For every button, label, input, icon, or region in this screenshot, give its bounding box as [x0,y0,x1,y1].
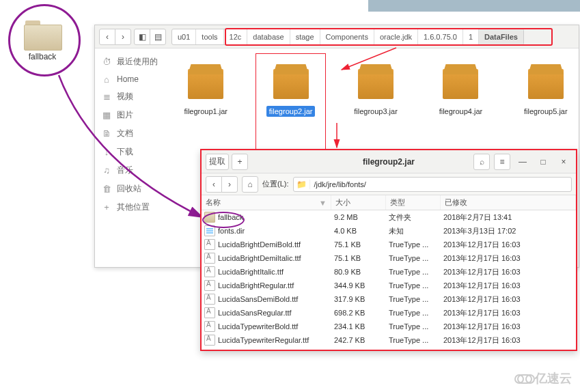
back-button[interactable]: ‹ [99,29,115,45]
cell-name: LucidaBrightDemiItalic.ttf [218,254,334,262]
cell-modified: 2013年12月17日 16:03 [443,240,576,250]
header-size[interactable]: 大小 [331,195,386,210]
sidebar-item-回收站[interactable]: 🗑回收站 [95,180,173,198]
archive-back-button[interactable]: ‹ [206,176,222,193]
cell-size: 234.1 KB [334,322,389,331]
sidebar-item-视频[interactable]: ≣视频 [95,87,173,106]
crumb-1.6.0.75.0[interactable]: 1.6.0.75.0 [418,29,463,44]
crumb-DataFiles[interactable]: DataFiles [479,29,523,44]
cloud-icon [517,374,532,384]
sidebar-icon: 🗎 [102,129,111,139]
cell-type: 未知 [389,226,443,236]
sidebar-item-音乐[interactable]: ♫音乐 [95,161,173,180]
font-icon [204,266,215,277]
archive-window: 提取 + filegroup2.jar ⌕ ≡ — □ × ‹ › ⌂ 位置(L… [200,149,577,351]
font-icon [204,280,215,291]
archive-home-button[interactable]: ⌂ [242,176,258,193]
cell-modified: 2018年2月7日 13:41 [443,212,576,223]
table-row[interactable]: LucidaBrightRegular.ttf344.9 KBTrueType … [202,279,576,292]
table-row[interactable]: fonts.dir4.0 KB未知2013年3月13日 17:02 [202,224,576,238]
sidebar-icon: ▦ [102,111,111,120]
font-icon [204,253,215,264]
package-icon [184,59,227,100]
text-icon [204,225,215,236]
add-button[interactable]: + [232,154,248,170]
cell-modified: 2013年12月17日 16:03 [443,322,576,332]
extract-button[interactable]: 提取 [206,154,229,170]
cell-type: TrueType ... [389,281,443,290]
sidebar-item-最近使用的[interactable]: ⏱最近使用的 [95,53,173,71]
crumb-stage[interactable]: stage [290,29,320,44]
cell-modified: 2013年12月17日 16:03 [443,253,576,264]
sidebar-label: 文档 [117,128,133,139]
header-modified[interactable]: 已修改 [441,195,576,210]
sidebar-item-其他位置[interactable]: +其他位置 [95,198,173,216]
cell-type: 文件夹 [389,212,443,223]
table-row[interactable]: LucidaBrightDemiItalic.ttf75.1 KBTrueTyp… [202,251,576,265]
disk-button[interactable]: ▤ [150,29,166,45]
maximize-button[interactable]: □ [535,154,551,170]
cell-name: LucidaBrightDemiBold.ttf [218,240,334,249]
file-list: fallback9.2 MB文件夹2018年2月7日 13:41fonts.di… [202,210,576,347]
forward-button[interactable]: › [115,29,131,45]
sidebar-item-下载[interactable]: ↓下载 [95,143,173,161]
table-row[interactable]: LucidaSansRegular.ttf698.2 KBTrueType ..… [202,306,576,320]
crumb-1[interactable]: 1 [463,29,479,44]
sidebar-label: 其他位置 [117,201,150,213]
search-button[interactable]: ⌕ [473,154,490,170]
cell-name: fonts.dir [218,227,334,235]
minimize-button[interactable]: — [514,154,531,170]
table-row[interactable]: LucidaTypewriterBold.ttf234.1 KBTrueType… [202,320,576,333]
location-bar: ‹ › ⌂ 位置(L): 📁 /jdk/jre/lib/fonts/ [202,173,576,195]
header-name[interactable]: 名称▼ [202,195,331,210]
desktop-folder-label: fallback [24,52,61,61]
archive-toolbar: 提取 + filegroup2.jar ⌕ ≡ — □ × [202,150,576,173]
cell-name: LucidaSansDemiBold.ttf [218,295,334,303]
sidebar-item-文档[interactable]: 🗎文档 [95,124,173,143]
sidebar-label: 图片 [117,109,133,121]
breadcrumb: u01tools12cdatabasestageComponentsoracle… [171,29,524,45]
sidebar-label: 视频 [117,91,133,102]
table-row[interactable]: LucidaBrightDemiBold.ttf75.1 KBTrueType … [202,238,576,251]
package-icon [269,59,313,100]
crumb-Components[interactable]: Components [320,29,374,44]
sidebar-icon: ≣ [102,92,111,102]
desktop-folder-fallback[interactable]: fallback [24,20,61,61]
cell-modified: 2013年12月17日 16:03 [443,281,576,291]
toolbar: ‹ › ◧ ▤ u01tools12cdatabasestageComponen… [95,25,579,48]
crumb-database[interactable]: database [247,29,290,44]
font-icon [204,294,215,305]
crumb-oracle.jdk[interactable]: oracle.jdk [374,29,418,44]
cell-type: TrueType ... [389,336,443,344]
cell-size: 75.1 KB [334,254,389,262]
cell-name: LucidaBrightRegular.ttf [218,281,334,290]
crumb-tools[interactable]: tools [196,29,223,44]
sidebar-label: 回收站 [117,183,141,195]
sidebar-item-Home[interactable]: ⌂Home [95,71,173,87]
file-name: filegroup2.jar [266,106,316,117]
file-name: filegroup1.jar [181,106,230,117]
cell-size: 344.9 KB [334,281,389,290]
browse-button[interactable]: ◧ [134,29,150,45]
close-button[interactable]: × [555,154,572,170]
table-row[interactable]: fallback9.2 MB文件夹2018年2月7日 13:41 [202,210,576,224]
archive-forward-button[interactable]: › [221,176,238,193]
cell-modified: 2013年12月17日 16:03 [443,308,576,318]
cell-size: 242.7 KB [334,336,389,344]
table-row[interactable]: LucidaTypewriterRegular.ttf242.7 KBTrueT… [202,333,576,347]
table-row[interactable]: LucidaSansDemiBold.ttf317.9 KBTrueType .… [202,292,576,306]
sidebar-item-图片[interactable]: ▦图片 [95,106,173,124]
sidebar-label: 最近使用的 [117,56,158,68]
header-type[interactable]: 类型 [386,195,441,210]
crumb-u01[interactable]: u01 [172,29,196,44]
cell-name: LucidaBrightItalic.ttf [218,268,334,276]
package-icon [354,59,398,100]
cell-name: LucidaTypewriterRegular.ttf [218,336,334,344]
sidebar-icon: ↓ [102,148,111,157]
menu-button[interactable]: ≡ [494,154,510,170]
watermark: 亿速云 [517,370,572,387]
sidebar-icon: ♫ [102,166,111,176]
crumb-12c[interactable]: 12c [224,29,248,44]
location-input-box[interactable]: 📁 /jdk/jre/lib/fonts/ [293,177,572,192]
table-row[interactable]: LucidaBrightItalic.ttf80.9 KBTrueType ..… [202,265,576,279]
